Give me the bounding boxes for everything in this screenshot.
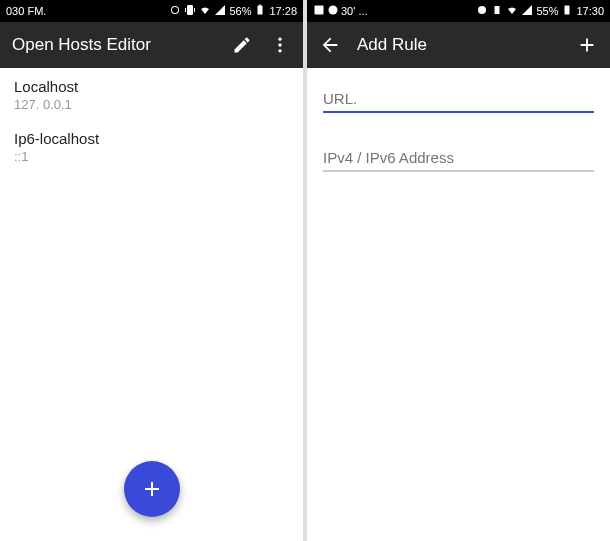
phone-left: 030 FM. 56% 17:28 Open Hosts Editor [0,0,303,541]
plus-icon [140,477,164,501]
pencil-icon [232,35,252,55]
status-bar: 30' ... 55% 17:30 [307,0,610,22]
alarm-icon [476,4,488,18]
status-left-text: 030 FM. [6,5,46,17]
time-text: 17:30 [576,5,604,17]
svg-point-3 [278,43,281,46]
app-bar: Open Hosts Editor [0,22,303,68]
image-icon [313,4,325,18]
host-name: Ip6-localhost [14,130,289,147]
svg-rect-7 [495,6,500,14]
url-field-group [307,68,610,117]
wifi-icon [199,4,211,18]
list-item[interactable]: Ip6-localhost ::1 [0,120,303,172]
status-left-text: 30' ... [341,5,368,17]
svg-point-4 [278,49,281,52]
ip-input[interactable] [323,145,594,172]
status-left: 30' ... [313,4,368,18]
svg-rect-8 [565,6,570,15]
status-left: 030 FM. [6,5,46,17]
back-button[interactable] [319,34,341,56]
edit-button[interactable] [231,34,253,56]
app-title: Add Rule [357,35,560,55]
signal-icon [214,4,226,18]
time-text: 17:28 [269,5,297,17]
host-ip: 127. 0.0.1 [14,97,289,112]
svg-point-2 [278,38,281,41]
alarm-icon [169,4,181,18]
clock-icon [327,4,339,18]
svg-rect-0 [258,6,263,15]
more-button[interactable] [269,34,291,56]
app-bar: Add Rule [307,22,610,68]
status-bar: 030 FM. 56% 17:28 [0,0,303,22]
list-item[interactable]: Localhost 127. 0.0.1 [0,68,303,120]
add-rule-form [307,68,610,541]
svg-rect-1 [259,5,261,6]
battery-text: 56% [229,5,251,17]
battery-icon [254,4,266,18]
add-button[interactable] [576,34,598,56]
add-fab[interactable] [124,461,180,517]
wifi-icon [506,4,518,18]
more-vert-icon [270,35,290,55]
phone-right: 30' ... 55% 17:30 Add Rule [307,0,610,541]
url-input[interactable] [323,86,594,113]
signal-icon [521,4,533,18]
svg-rect-5 [315,6,324,15]
arrow-back-icon [319,34,341,56]
host-name: Localhost [14,78,289,95]
plus-icon [576,34,598,56]
vibrate-icon [184,4,196,18]
status-right: 55% 17:30 [476,4,604,18]
vibrate-icon [491,4,503,18]
status-right: 56% 17:28 [169,4,297,18]
hosts-list: Localhost 127. 0.0.1 Ip6-localhost ::1 [0,68,303,541]
battery-text: 55% [536,5,558,17]
ip-field-group [307,117,610,176]
svg-point-6 [329,6,338,15]
battery-icon [561,4,573,18]
host-ip: ::1 [14,149,289,164]
app-title: Open Hosts Editor [12,35,215,55]
